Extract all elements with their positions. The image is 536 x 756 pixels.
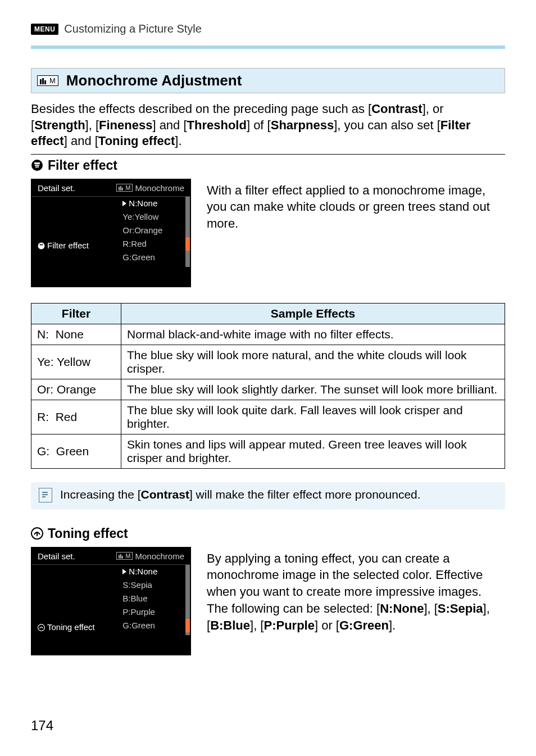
table-row: N: NoneNormal black-and-white image with… bbox=[31, 324, 505, 345]
lcd-toning-options[interactable]: N:None S:Sepia B:Blue P:Purple G:Green bbox=[120, 565, 190, 635]
table-header-filter: Filter bbox=[31, 303, 121, 324]
lcd-filter-effect: Detail set. M Monochrome Filter effect bbox=[31, 179, 191, 287]
lcd-style-label: M Monochrome bbox=[116, 551, 184, 561]
filter-effects-table: Filter Sample Effects N: NoneNormal blac… bbox=[31, 303, 505, 469]
filter-effect-heading: Filter effect bbox=[31, 158, 505, 173]
lcd-title: Detail set. bbox=[38, 183, 75, 193]
svg-rect-9 bbox=[42, 494, 48, 495]
lcd-left-label: Toning effect bbox=[32, 619, 120, 635]
section-title-bar: M Monochrome Adjustment bbox=[31, 68, 505, 93]
lcd-option[interactable]: G:Green bbox=[120, 619, 185, 632]
page-header-title: Customizing a Picture Style bbox=[64, 22, 202, 35]
svg-point-16 bbox=[38, 624, 45, 631]
lcd-option[interactable]: P:Purple bbox=[120, 605, 185, 619]
lcd-option[interactable]: R:Red bbox=[120, 237, 185, 251]
toning-effect-heading-text: Toning effect bbox=[48, 526, 128, 541]
header-divider bbox=[31, 46, 505, 49]
svg-rect-0 bbox=[40, 79, 42, 84]
filter-effect-small-icon bbox=[38, 242, 45, 249]
ps-icon-letter: M bbox=[49, 76, 56, 85]
lcd-left-label: Filter effect bbox=[32, 237, 120, 253]
toning-effect-small-icon bbox=[38, 623, 45, 631]
lcd-style-label: M Monochrome bbox=[116, 183, 184, 193]
svg-rect-13 bbox=[119, 555, 120, 558]
lcd-title: Detail set. bbox=[38, 551, 75, 561]
table-row: Or: OrangeThe blue sky will look slightl… bbox=[31, 379, 505, 400]
toning-effect-description: By applying a toning effect, you can cre… bbox=[207, 547, 505, 633]
svg-rect-6 bbox=[122, 188, 123, 191]
section-title: Monochrome Adjustment bbox=[66, 72, 242, 89]
lcd-option[interactable]: B:Blue bbox=[120, 592, 185, 605]
svg-rect-2 bbox=[44, 80, 46, 84]
page-number: 174 bbox=[31, 718, 53, 734]
svg-rect-15 bbox=[122, 556, 123, 559]
page-header: MENU Customizing a Picture Style bbox=[31, 22, 505, 35]
lcd-option[interactable]: N:None bbox=[120, 565, 185, 578]
filter-effect-heading-text: Filter effect bbox=[48, 158, 117, 173]
lcd-toning-effect: Detail set. M Monochrome Toning effect bbox=[31, 547, 191, 655]
lcd-option[interactable]: G:Green bbox=[120, 251, 185, 264]
filter-effect-icon bbox=[31, 159, 43, 171]
svg-rect-10 bbox=[42, 496, 46, 497]
lcd-option[interactable]: Ye:Yellow bbox=[120, 210, 185, 224]
svg-rect-8 bbox=[42, 492, 48, 493]
svg-point-7 bbox=[38, 242, 45, 249]
note-box: Increasing the [Contrast] will make the … bbox=[31, 482, 505, 509]
picture-style-monochrome-icon: M bbox=[37, 75, 58, 86]
intro-paragraph: Besides the effects described on the pre… bbox=[31, 101, 505, 150]
note-icon bbox=[39, 488, 52, 503]
divider bbox=[31, 154, 505, 155]
lcd-option[interactable]: S:Sepia bbox=[120, 578, 185, 592]
table-row: Ye: YellowThe blue sky will look more na… bbox=[31, 345, 505, 379]
lcd-option[interactable]: N:None bbox=[120, 197, 185, 210]
svg-rect-14 bbox=[120, 554, 121, 559]
toning-effect-heading: Toning effect bbox=[31, 526, 505, 541]
svg-rect-5 bbox=[120, 186, 121, 191]
table-header-effects: Sample Effects bbox=[121, 303, 505, 324]
table-row: G: GreenSkin tones and lips will appear … bbox=[31, 434, 505, 468]
lcd-filter-options[interactable]: N:None Ye:Yellow Or:Orange R:Red G:Green bbox=[120, 197, 190, 267]
toning-effect-icon bbox=[31, 527, 43, 540]
menu-chip-icon: MENU bbox=[31, 24, 58, 35]
svg-rect-4 bbox=[119, 187, 120, 190]
svg-rect-1 bbox=[42, 78, 44, 84]
note-text: Increasing the [Contrast] will make the … bbox=[60, 488, 421, 501]
table-row: R: RedThe blue sky will look quite dark.… bbox=[31, 400, 505, 434]
filter-effect-description: With a filter effect applied to a monoch… bbox=[207, 179, 505, 232]
lcd-option[interactable]: Or:Orange bbox=[120, 224, 185, 237]
